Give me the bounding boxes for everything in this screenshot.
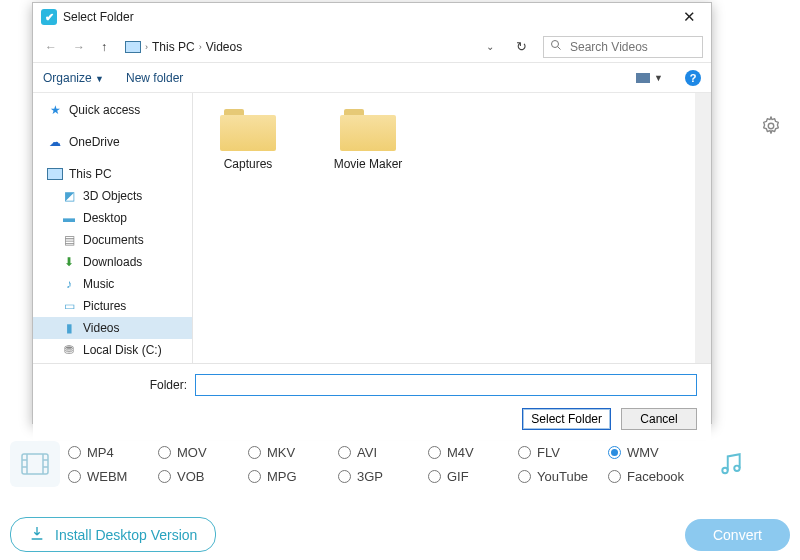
cube-icon: ◩ (61, 188, 77, 204)
folder-label: Folder: (47, 378, 187, 392)
app-icon: ✔ (41, 9, 57, 25)
nav-tree: ★Quick access ☁OneDrive This PC ◩3D Obje… (33, 93, 193, 363)
download-icon (29, 525, 45, 544)
search-icon (550, 39, 562, 54)
star-icon: ★ (47, 102, 63, 118)
format-youtube[interactable]: YouTube (518, 469, 608, 484)
music-icon: ♪ (61, 276, 77, 292)
nav-forward-icon[interactable]: → (69, 37, 89, 57)
svg-point-10 (552, 41, 559, 48)
svg-line-11 (558, 47, 561, 50)
tree-music[interactable]: ♪Music (33, 273, 192, 295)
audio-mode-icon[interactable] (706, 441, 756, 487)
tree-3d-objects[interactable]: ◩3D Objects (33, 185, 192, 207)
format-mov[interactable]: MOV (158, 445, 248, 460)
organize-menu[interactable]: Organize ▼ (43, 71, 104, 85)
tree-videos[interactable]: ▮Videos (33, 317, 192, 339)
disk-icon: ⛃ (61, 342, 77, 358)
settings-gear-icon[interactable] (760, 115, 782, 140)
folder-movie-maker[interactable]: Movie Maker (323, 107, 413, 171)
install-desktop-button[interactable]: Install Desktop Version (10, 517, 216, 552)
folder-captures[interactable]: Captures (203, 107, 293, 171)
svg-point-8 (722, 468, 727, 473)
select-folder-dialog: ✔ Select Folder ✕ ← → ↑ › This PC › Vide… (32, 2, 712, 424)
format-3gp[interactable]: 3GP (338, 469, 428, 484)
download-icon: ⬇ (61, 254, 77, 270)
format-webm[interactable]: WEBM (68, 469, 158, 484)
tree-quick-access[interactable]: ★Quick access (33, 99, 192, 121)
svg-point-0 (768, 123, 774, 129)
tree-pictures[interactable]: ▭Pictures (33, 295, 192, 317)
close-button[interactable]: ✕ (671, 5, 707, 29)
view-options-button[interactable]: ▼ (636, 73, 663, 83)
format-wmv[interactable]: WMV (608, 445, 698, 460)
format-selector: MP4 MOV MKV AVI M4V FLV WMV WEBM VOB MPG… (10, 440, 790, 488)
refresh-icon[interactable]: ↻ (508, 39, 535, 54)
install-label: Install Desktop Version (55, 527, 197, 543)
document-icon: ▤ (61, 232, 77, 248)
tree-this-pc[interactable]: This PC (33, 163, 192, 185)
folder-name-input[interactable] (195, 374, 697, 396)
cloud-icon: ☁ (47, 134, 63, 150)
format-flv[interactable]: FLV (518, 445, 608, 460)
format-vob[interactable]: VOB (158, 469, 248, 484)
svg-point-9 (734, 466, 739, 471)
tree-desktop[interactable]: ▬Desktop (33, 207, 192, 229)
format-facebook[interactable]: Facebook (608, 469, 698, 484)
search-input[interactable] (543, 36, 703, 58)
tree-documents[interactable]: ▤Documents (33, 229, 192, 251)
scrollbar[interactable] (695, 93, 711, 363)
nav-up-icon[interactable]: ↑ (97, 37, 111, 57)
format-gif[interactable]: GIF (428, 469, 518, 484)
folder-icon (340, 107, 396, 151)
svg-rect-1 (22, 454, 48, 474)
folder-icon (220, 107, 276, 151)
nav-back-icon[interactable]: ← (41, 37, 61, 57)
film-icon: ▮ (61, 320, 77, 336)
format-mkv[interactable]: MKV (248, 445, 338, 460)
breadcrumb[interactable]: › This PC › Videos ⌄ (119, 40, 500, 54)
folder-content[interactable]: Captures Movie Maker (193, 93, 711, 363)
picture-icon: ▭ (61, 298, 77, 314)
dialog-title: Select Folder (63, 10, 134, 24)
desktop-icon: ▬ (61, 210, 77, 226)
tree-local-disk[interactable]: ⛃Local Disk (C:) (33, 339, 192, 361)
cancel-button[interactable]: Cancel (621, 408, 697, 430)
pc-icon (47, 166, 63, 182)
convert-button[interactable]: Convert (685, 519, 790, 551)
tree-onedrive[interactable]: ☁OneDrive (33, 131, 192, 153)
format-m4v[interactable]: M4V (428, 445, 518, 460)
format-mpg[interactable]: MPG (248, 469, 338, 484)
format-mp4[interactable]: MP4 (68, 445, 158, 460)
chevron-down-icon[interactable]: ⌄ (486, 41, 494, 52)
help-icon[interactable]: ? (685, 70, 701, 86)
tree-downloads[interactable]: ⬇Downloads (33, 251, 192, 273)
format-avi[interactable]: AVI (338, 445, 428, 460)
select-folder-button[interactable]: Select Folder (522, 408, 611, 430)
video-mode-icon[interactable] (10, 441, 60, 487)
new-folder-button[interactable]: New folder (126, 71, 183, 85)
pc-icon (125, 41, 141, 53)
